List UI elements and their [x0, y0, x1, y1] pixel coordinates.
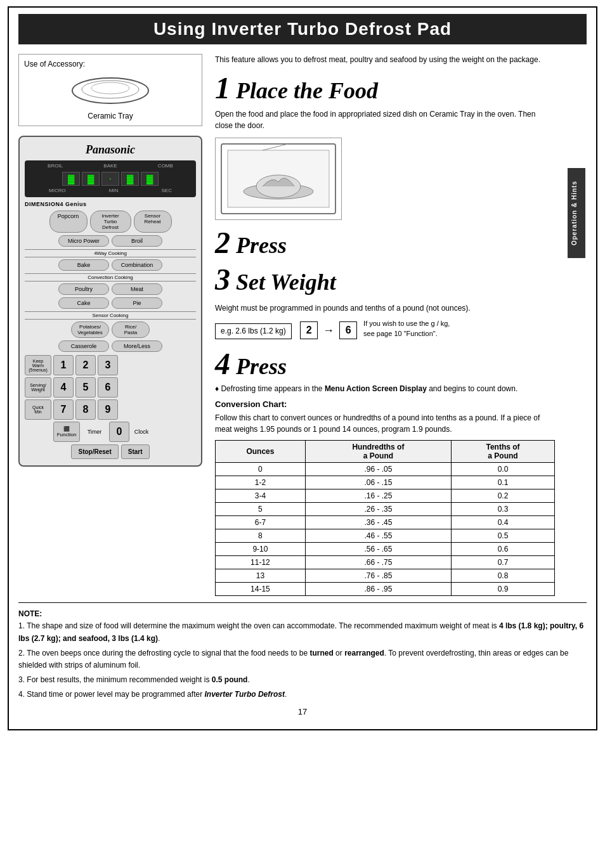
table-cell: .96 - .05: [305, 463, 451, 476]
svg-line-5: [263, 144, 288, 150]
table-cell: 0.5: [452, 529, 555, 543]
notes-section: NOTE: 1. The shape and size of food will…: [18, 602, 587, 701]
svg-point-1: [82, 81, 139, 98]
bottom-btns: Stop/Reset Start: [25, 444, 196, 459]
conversion-table: Ounces Hundredths ofa Pound Tenths ofa P…: [215, 440, 555, 596]
btn-keep-warm[interactable]: KeepWarm(5menus): [25, 355, 51, 375]
btn-combination[interactable]: Combination: [112, 259, 162, 271]
ceramic-tray-illustration: [66, 72, 155, 107]
btn-3[interactable]: 3: [98, 355, 118, 375]
btn-row-3: Bake Combination: [25, 259, 196, 271]
key-box-2: 6: [339, 321, 357, 339]
unit-labels: MICRO MIN SEC: [27, 188, 193, 193]
btn-8[interactable]: 8: [75, 399, 96, 420]
step3-heading: 3 Set Weight: [215, 263, 555, 297]
btn-pie[interactable]: Pie: [112, 297, 162, 309]
label-min: MIN: [109, 188, 119, 193]
conversion-desc: Follow this chart to convert ounces or h…: [215, 412, 555, 435]
table-row: 8.46 - .550.5: [216, 529, 555, 543]
table-row: 13.76 - .850.8: [216, 569, 555, 583]
step3-number: 3: [215, 262, 230, 296]
table-cell: 14-15: [216, 583, 306, 596]
btn-bake[interactable]: Bake: [58, 259, 109, 271]
btn-micro-power[interactable]: Micro Power: [58, 235, 109, 247]
table-cell: 0.9: [452, 583, 555, 596]
step1-desc: Open the food and place the food in appr…: [215, 108, 555, 131]
btn-rice[interactable]: Rice/Pasta: [112, 321, 150, 338]
btn-clock[interactable]: Clock: [131, 429, 152, 435]
btn-serving-weight[interactable]: Serving/Weight: [25, 377, 51, 398]
step4-section: 4 Press ♦ Defrosting time appears in the…: [215, 347, 555, 393]
page-title: Using Inverter Turbo Defrost Pad: [18, 14, 587, 44]
step1-title: Place the Food: [236, 78, 378, 103]
table-cell: 0.0: [452, 463, 555, 476]
note-item: 1. The shape and size of food will deter…: [18, 620, 587, 644]
weight-section: Weight must be programmed in pounds and …: [215, 302, 555, 342]
btn-meat[interactable]: Meat: [112, 283, 162, 295]
btn-quick-min[interactable]: QuickMin: [25, 399, 51, 420]
table-row: 3-4.16 - .250.2: [216, 489, 555, 503]
btn-stop-reset[interactable]: Stop/Reset: [71, 444, 118, 459]
btn-more-less[interactable]: More/Less: [112, 340, 162, 352]
table-cell: 0.4: [452, 516, 555, 529]
content-area: Use of Accessory: Ceramic Tray Panasonic…: [18, 54, 587, 596]
col-hundredths: Hundredths ofa Pound: [305, 441, 451, 463]
btn-5[interactable]: 5: [75, 377, 96, 398]
col-tenths: Tenths ofa Pound: [452, 441, 555, 463]
btn-casserole[interactable]: Casserole: [58, 340, 109, 352]
seg3: ▓: [121, 172, 139, 186]
step4-title: Press: [236, 354, 287, 379]
table-cell: 0.2: [452, 489, 555, 503]
btn-popcorn[interactable]: Popcorn: [49, 211, 88, 233]
key-box-1: 2: [300, 321, 318, 339]
table-cell: 0.8: [452, 569, 555, 583]
page-number: 17: [18, 707, 587, 716]
btn-6[interactable]: 6: [98, 377, 118, 398]
conversion-title: Conversion Chart:: [215, 399, 555, 409]
btn-poultry[interactable]: Poultry: [58, 283, 109, 295]
step4-number: 4: [215, 347, 230, 380]
step2-title: Press: [236, 233, 287, 258]
panel-brand: Panasonic: [25, 143, 196, 157]
note-item: 3. For best results, the minimum recomme…: [18, 674, 587, 686]
left-panel: Use of Accessory: Ceramic Tray Panasonic…: [18, 54, 202, 596]
table-header-row: Ounces Hundredths ofa Pound Tenths ofa P…: [216, 441, 555, 463]
numpad-grid: 1 2 3 4 5 6 7 8 9: [53, 355, 152, 420]
btn-4[interactable]: 4: [53, 377, 74, 398]
btn-timer[interactable]: Timer: [82, 429, 107, 435]
btn-row-1: Popcorn InverterTurboDefrost SensorRehea…: [25, 211, 196, 233]
page-container: Using Inverter Turbo Defrost Pad Use of …: [8, 6, 597, 730]
btn-sensor-reheat[interactable]: SensorReheat: [134, 211, 172, 233]
table-cell: 13: [216, 569, 306, 583]
table-cell: 0.7: [452, 556, 555, 569]
btn-row-7: Casserole More/Less: [25, 340, 196, 352]
btn-inverter-turbo-defrost[interactable]: InverterTurboDefrost: [90, 211, 131, 233]
step4-heading: 4 Press: [215, 347, 555, 381]
conversion-section: Conversion Chart: Follow this chart to c…: [215, 399, 555, 596]
table-cell: 5: [216, 503, 306, 516]
btn-2[interactable]: 2: [75, 355, 96, 375]
btn-9[interactable]: 9: [98, 399, 118, 420]
seg1: ▓: [62, 172, 80, 186]
arrow: →: [323, 321, 334, 340]
seg-dot: ·: [101, 172, 119, 186]
svg-point-2: [91, 82, 129, 94]
btn-broil[interactable]: Broil: [112, 235, 162, 247]
table-row: 11-12.66 - .750.7: [216, 556, 555, 569]
btn-potatoes[interactable]: Potatoes/Vegetables: [71, 321, 109, 338]
btn-1[interactable]: 1: [53, 355, 74, 375]
weight-example-col: e.g. 2.6 lbs (1.2 kg) 2 → 6: [215, 318, 357, 343]
menu-action-bold: Menu Action Screen Display: [325, 384, 427, 393]
side-tab-text: Operation & Hints: [571, 181, 578, 245]
btn-7[interactable]: 7: [53, 399, 74, 420]
table-cell: 1-2: [216, 476, 306, 489]
btn-start[interactable]: Start: [121, 444, 150, 459]
btn-0[interactable]: 0: [109, 422, 129, 442]
table-cell: 0.6: [452, 543, 555, 556]
step2-3-container: 2 Press 3 Set Weight: [215, 226, 555, 300]
label-convection: Convection Cooking: [25, 273, 196, 282]
table-cell: .86 - .95: [305, 583, 451, 596]
accessory-box: Use of Accessory: Ceramic Tray: [18, 54, 202, 126]
btn-function[interactable]: ⬛Function: [53, 422, 80, 442]
btn-cake[interactable]: Cake: [58, 297, 109, 309]
